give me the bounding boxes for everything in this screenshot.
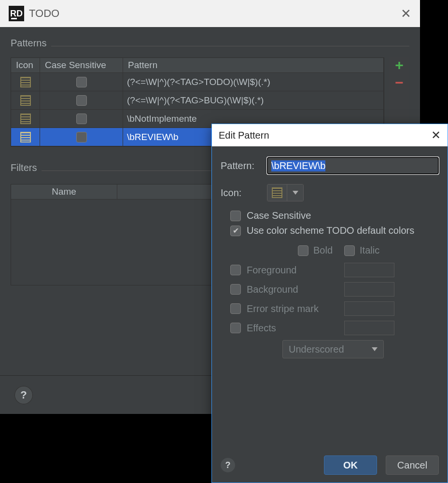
foreground-swatch[interactable] (344, 263, 394, 277)
patterns-col-icon: Icon (11, 58, 40, 73)
effects-swatch[interactable] (344, 321, 394, 335)
background-checkbox[interactable] (230, 284, 241, 295)
table-row[interactable]: (?<=\W|^)(?<TAG>TODO)(\W|$)(.*) (11, 73, 384, 91)
help-button[interactable]: ? (221, 458, 235, 472)
patterns-col-pattern: Pattern (123, 58, 384, 73)
table-row[interactable]: (?<=\W|^)(?<TAG>BUG)(\W|$)(.*) (11, 91, 384, 110)
filters-col-name: Name (11, 185, 117, 199)
effects-type-value: Underscored (289, 344, 344, 355)
background-label: Background (247, 284, 338, 295)
add-pattern-button[interactable]: + (389, 57, 409, 73)
error-stripe-swatch[interactable] (344, 301, 394, 316)
edit-pattern-title: Edit Pattern (219, 130, 269, 141)
rider-logo-icon: RD (9, 6, 24, 21)
case-sensitive-checkbox[interactable] (230, 211, 241, 221)
close-icon[interactable]: ✕ (431, 128, 441, 142)
bold-checkbox[interactable] (298, 245, 308, 256)
case-sensitive-checkbox[interactable] (76, 77, 87, 87)
note-icon (272, 187, 282, 198)
italic-label: Italic (360, 245, 379, 256)
patterns-col-case-sensitive: Case Sensitive (40, 58, 123, 73)
ok-button[interactable]: OK (324, 455, 377, 475)
help-button[interactable]: ? (14, 386, 33, 404)
note-icon (20, 95, 31, 106)
note-icon (20, 77, 31, 87)
pattern-cell: (?<=\W|^)(?<TAG>TODO)(\W|$)(.*) (123, 73, 384, 91)
note-icon (20, 132, 31, 142)
pattern-input[interactable] (267, 157, 439, 174)
case-sensitive-checkbox[interactable] (76, 114, 87, 124)
effects-label: Effects (247, 323, 338, 334)
icon-label: Icon: (221, 187, 260, 199)
close-icon[interactable]: ✕ (401, 6, 411, 21)
case-sensitive-checkbox[interactable] (76, 95, 87, 106)
cancel-button[interactable]: Cancel (386, 455, 439, 475)
effects-type-combobox[interactable]: Underscored (282, 340, 384, 358)
background-swatch[interactable] (344, 282, 394, 297)
filters-section-label: Filters (11, 162, 37, 173)
chevron-down-icon (287, 185, 303, 201)
icon-combobox[interactable] (267, 184, 304, 201)
edit-pattern-dialog: Edit Pattern ✕ Pattern: Icon: Case Sensi… (211, 124, 448, 483)
effects-checkbox[interactable] (230, 323, 241, 333)
error-stripe-checkbox[interactable] (230, 303, 241, 314)
patterns-section-label: Patterns (11, 38, 46, 49)
todo-titlebar: RD TODO ✕ (0, 0, 420, 27)
remove-pattern-button[interactable]: − (389, 75, 409, 90)
edit-pattern-titlebar: Edit Pattern ✕ (212, 124, 448, 146)
case-sensitive-label: Case Sensitive (247, 210, 311, 221)
note-icon (20, 114, 31, 124)
error-stripe-label: Error stripe mark (247, 303, 338, 314)
italic-checkbox[interactable] (344, 245, 355, 256)
use-default-colors-label: Use color scheme TODO default colors (247, 225, 414, 236)
section-divider (51, 46, 409, 46)
bold-label: Bold (313, 245, 333, 256)
foreground-label: Foreground (247, 265, 338, 276)
use-default-colors-checkbox[interactable] (230, 226, 241, 236)
foreground-checkbox[interactable] (230, 265, 241, 275)
chevron-down-icon (372, 347, 378, 351)
pattern-label: Pattern: (221, 160, 260, 171)
edit-pattern-footer: ? OK Cancel (212, 448, 448, 483)
pattern-cell: (?<=\W|^)(?<TAG>BUG)(\W|$)(.*) (123, 91, 384, 109)
case-sensitive-checkbox[interactable] (76, 132, 87, 142)
window-title: TODO (29, 7, 59, 20)
